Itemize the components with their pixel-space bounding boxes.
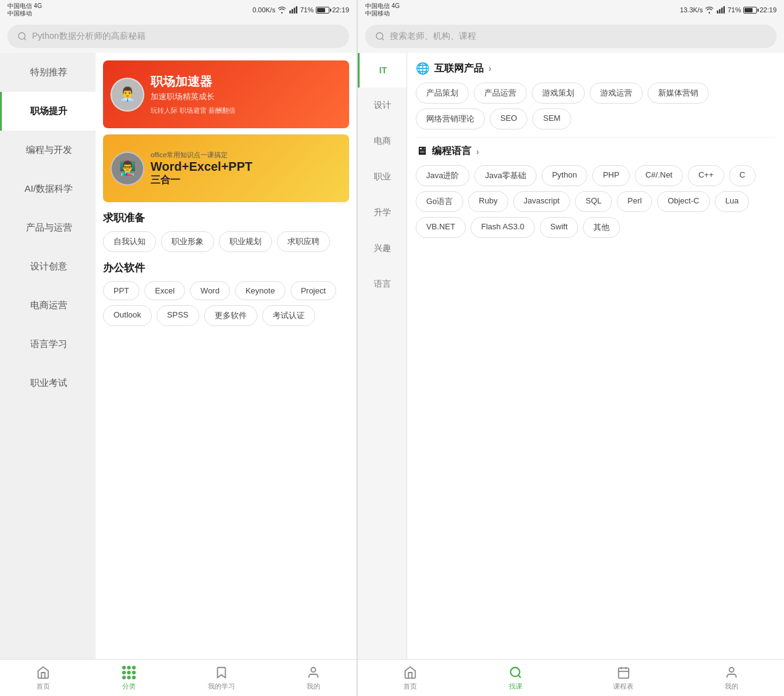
left-nav-home-label: 首页	[36, 682, 50, 691]
tag-java-beginner[interactable]: Java零基础	[474, 165, 536, 186]
right-nav-profile[interactable]: 我的	[724, 665, 739, 691]
tag-javascript[interactable]: Javascript	[513, 191, 571, 212]
tag-求职应聘[interactable]: 求职应聘	[277, 231, 330, 252]
banner-workplace-accelerator[interactable]: 👨‍💼 职场加速器 加速职场精英成长 玩转人际 职场避雷 薪酬翻倍	[103, 60, 349, 128]
tag-spss[interactable]: SPSS	[157, 305, 199, 326]
tag-flash[interactable]: Flash AS3.0	[471, 217, 535, 238]
svg-rect-14	[619, 668, 629, 678]
svg-point-18	[729, 667, 733, 671]
tag-java-advanced[interactable]: Java进阶	[416, 165, 469, 186]
tag-objectc[interactable]: Object-C	[657, 191, 709, 212]
tag-excel[interactable]: Excel	[144, 281, 185, 300]
tag-产品运营[interactable]: 产品运营	[474, 83, 527, 104]
programming-languages-title[interactable]: 🖥 编程语言 ›	[416, 145, 775, 158]
sidebar-item-职业考试[interactable]: 职业考试	[0, 364, 96, 403]
tag-sem[interactable]: SEM	[532, 108, 571, 129]
right-nav-profile-label: 我的	[725, 682, 738, 691]
right-search-nav-icon	[508, 665, 523, 680]
right-nav-home[interactable]: 首页	[403, 665, 418, 691]
tag-职业规划[interactable]: 职业规划	[219, 231, 272, 252]
tag-网络营销理论[interactable]: 网络营销理论	[416, 108, 485, 129]
tag-产品策划[interactable]: 产品策划	[416, 83, 469, 104]
internet-products-arrow: ›	[489, 63, 492, 73]
right-sidebar-language[interactable]: 语言	[358, 266, 406, 302]
right-nav-schedule[interactable]: 课程表	[613, 665, 633, 691]
left-nav-home[interactable]: 首页	[36, 665, 51, 691]
tag-ruby[interactable]: Ruby	[468, 191, 508, 212]
sidebar-item-编程与开发[interactable]: 编程与开发	[0, 131, 96, 170]
tag-ppt[interactable]: PPT	[103, 281, 139, 300]
left-wifi-icon	[278, 6, 286, 14]
right-nav-find-course[interactable]: 找课	[508, 665, 523, 691]
tag-php[interactable]: PHP	[592, 165, 630, 186]
tag-csharp[interactable]: C#/.Net	[635, 165, 683, 186]
tag-keynote[interactable]: Keynote	[235, 281, 286, 300]
tag-more-software[interactable]: 更多软件	[204, 305, 257, 326]
tag-c[interactable]: C	[729, 165, 756, 186]
left-nav-my-learning[interactable]: 我的学习	[208, 665, 235, 691]
programming-arrow: ›	[476, 147, 479, 157]
banner1-tags: 玩转人际 职场避雷 薪酬翻倍	[151, 106, 342, 115]
tag-other[interactable]: 其他	[583, 217, 620, 238]
right-sidebar-IT[interactable]: IT	[358, 53, 406, 88]
right-carrier1: 中国电信 4G	[365, 2, 400, 10]
sidebar-item-AI数据科学[interactable]: AI/数据科学	[0, 170, 96, 208]
right-main: IT 设计 电商 职业 升学 兴趣 语言 🌐 互联网产品 › 产品策划 产品运营…	[358, 53, 784, 659]
banner1-text: 职场加速器 加速职场精英成长 玩转人际 职场避雷 薪酬翻倍	[151, 74, 342, 115]
tag-swift[interactable]: Swift	[540, 217, 578, 238]
svg-point-6	[312, 667, 316, 671]
left-search-bar[interactable]: Python数据分析师的高薪秘籍	[7, 25, 349, 48]
svg-rect-1	[290, 10, 291, 14]
user-icon	[306, 665, 321, 680]
tag-perl[interactable]: Perl	[617, 191, 652, 212]
right-network-speed: 13.3K/s	[680, 6, 703, 14]
banner2-title: Word+Excel+PPT	[151, 160, 252, 174]
tag-新媒体营销[interactable]: 新媒体营销	[648, 83, 709, 104]
tag-游戏策划[interactable]: 游戏策划	[532, 83, 585, 104]
left-nav-category-label: 分类	[122, 682, 136, 691]
right-sidebar-hobby[interactable]: 兴趣	[358, 231, 406, 266]
tag-vbnet[interactable]: VB.NET	[416, 217, 466, 238]
internet-products-label: 互联网产品	[434, 62, 484, 75]
left-carrier1: 中国电信 4G	[7, 2, 42, 10]
banner1-title: 职场加速器	[151, 74, 342, 89]
internet-products-title[interactable]: 🌐 互联网产品 ›	[416, 62, 775, 75]
tag-sql[interactable]: SQL	[575, 191, 612, 212]
sidebar-item-特别推荐[interactable]: 特别推荐	[0, 53, 96, 92]
right-sidebar-design[interactable]: 设计	[358, 88, 406, 123]
right-signal-icon	[716, 6, 725, 14]
sidebar-item-产品与运营[interactable]: 产品与运营	[0, 208, 96, 247]
tag-go[interactable]: Go语言	[416, 191, 463, 212]
right-sidebar-career[interactable]: 职业	[358, 159, 406, 195]
right-nav-home-label: 首页	[403, 682, 417, 691]
tag-python[interactable]: Python	[542, 165, 587, 186]
tag-lua[interactable]: Lua	[715, 191, 749, 212]
sidebar-item-电商运营[interactable]: 电商运营	[0, 286, 96, 325]
right-home-icon	[403, 665, 418, 680]
right-search-bar[interactable]: 搜索老师、机构、课程	[365, 25, 777, 48]
tag-project[interactable]: Project	[291, 281, 336, 300]
left-nav-category[interactable]: 分类	[122, 665, 136, 691]
tag-cpp[interactable]: C++	[688, 165, 724, 186]
sidebar-item-职场提升[interactable]: 职场提升	[0, 92, 96, 131]
sidebar-item-设计创意[interactable]: 设计创意	[0, 247, 96, 286]
tag-outlook[interactable]: Outlook	[103, 305, 152, 326]
tag-seo[interactable]: SEO	[490, 108, 527, 129]
office-tags: PPT Excel Word Keynote Project Outlook S…	[103, 281, 349, 326]
left-nav-profile[interactable]: 我的	[306, 665, 321, 691]
grid-icon	[122, 665, 136, 680]
tag-职业形象[interactable]: 职业形象	[161, 231, 214, 252]
right-sidebar-college[interactable]: 升学	[358, 195, 406, 231]
banner2-text: office常用知识点一课搞定 Word+Excel+PPT 三合一	[151, 150, 252, 187]
internet-products-tags: 产品策划 产品运营 游戏策划 游戏运营 新媒体营销 网络营销理论 SEO SEM	[416, 83, 775, 129]
sidebar-item-语言学习[interactable]: 语言学习	[0, 325, 96, 364]
globe-icon: 🌐	[416, 62, 429, 75]
tag-exam-cert[interactable]: 考试认证	[262, 305, 315, 326]
banner-office[interactable]: 👨‍🏫 office常用知识点一课搞定 Word+Excel+PPT 三合一	[103, 134, 349, 202]
tag-游戏运营[interactable]: 游戏运营	[590, 83, 643, 104]
right-battery-pct: 71%	[727, 6, 741, 14]
bookmark-icon	[214, 665, 229, 680]
tag-word[interactable]: Word	[190, 281, 230, 300]
right-sidebar-ecommerce[interactable]: 电商	[358, 123, 406, 159]
tag-自我认知[interactable]: 自我认知	[103, 231, 156, 252]
